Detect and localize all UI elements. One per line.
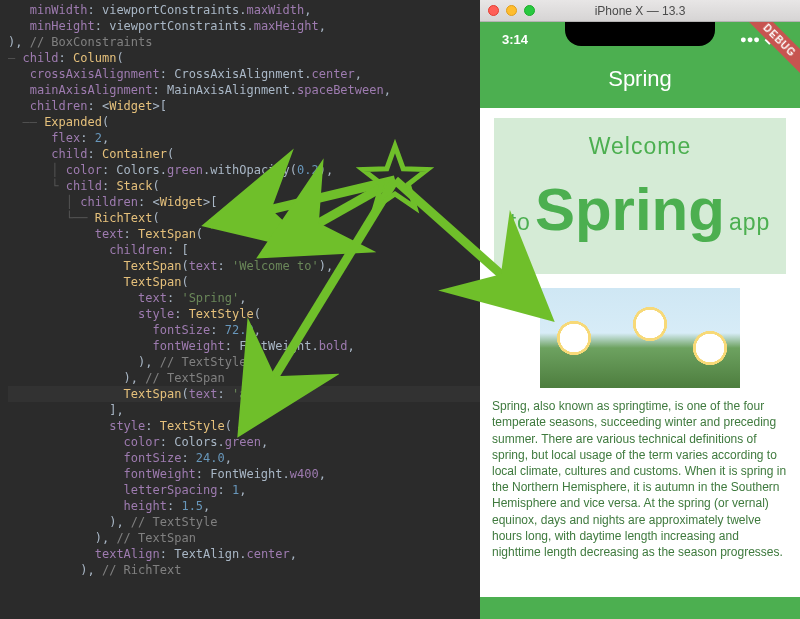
code-line[interactable]: minWidth: viewportConstraints.maxWidth, bbox=[8, 2, 480, 18]
simulator-titlebar[interactable]: iPhone X — 13.3 bbox=[480, 0, 800, 22]
code-line[interactable]: style: TextStyle( bbox=[8, 418, 480, 434]
code-line[interactable]: text: TextSpan( bbox=[8, 226, 480, 242]
code-line[interactable]: style: TextStyle( bbox=[8, 306, 480, 322]
welcome-spring: Spring bbox=[535, 168, 725, 252]
code-line[interactable]: ], bbox=[8, 402, 480, 418]
code-line[interactable]: crossAxisAlignment: CrossAxisAlignment.c… bbox=[8, 66, 480, 82]
app-bar-title: Spring bbox=[608, 66, 672, 91]
code-line[interactable]: textAlign: TextAlign.center, bbox=[8, 546, 480, 562]
code-line[interactable]: └── RichText( bbox=[8, 210, 480, 226]
code-line[interactable]: │ children: <Widget>[ bbox=[8, 194, 480, 210]
bottom-green-bar bbox=[480, 597, 800, 619]
device-screen[interactable]: DEBUG 3:14 ●●● ⬙ ▮ Spring Welcome to Spr… bbox=[480, 22, 800, 619]
code-line[interactable]: ), // TextSpan bbox=[8, 370, 480, 386]
code-line[interactable]: └ child: Stack( bbox=[8, 178, 480, 194]
app-bar: Spring bbox=[480, 56, 800, 108]
ios-simulator-window: iPhone X — 13.3 DEBUG 3:14 ●●● ⬙ ▮ Sprin… bbox=[480, 0, 800, 619]
code-line[interactable]: mainAxisAlignment: MainAxisAlignment.spa… bbox=[8, 82, 480, 98]
code-line[interactable]: children: [ bbox=[8, 242, 480, 258]
body-paragraph: Spring, also known as springtime, is one… bbox=[492, 398, 788, 560]
code-line[interactable]: │ color: Colors.green.withOpacity(0.2), bbox=[8, 162, 480, 178]
code-line[interactable]: TextSpan( bbox=[8, 274, 480, 290]
window-close-button[interactable] bbox=[488, 5, 499, 16]
window-zoom-button[interactable] bbox=[524, 5, 535, 16]
welcome-app: app bbox=[729, 206, 770, 238]
ios-status-bar: 3:14 ●●● ⬙ ▮ bbox=[480, 22, 800, 56]
welcome-to: to bbox=[510, 206, 531, 238]
code-line[interactable]: fontWeight: FontWeight.bold, bbox=[8, 338, 480, 354]
code-line[interactable]: color: Colors.green, bbox=[8, 434, 480, 450]
code-line[interactable]: ), // TextStyle bbox=[8, 354, 480, 370]
welcome-line1: Welcome bbox=[500, 130, 780, 162]
code-line[interactable]: fontSize: 24.0, bbox=[8, 450, 480, 466]
code-line[interactable]: text: 'Spring', bbox=[8, 290, 480, 306]
window-minimize-button[interactable] bbox=[506, 5, 517, 16]
code-line[interactable]: —— Expanded( bbox=[8, 114, 480, 130]
code-line[interactable]: ), // BoxConstraints bbox=[8, 34, 480, 50]
code-line[interactable]: ), // TextSpan bbox=[8, 530, 480, 546]
flower-image bbox=[540, 288, 740, 388]
app-body[interactable]: Welcome to Spring app Spring, also known… bbox=[480, 118, 800, 560]
signal-icon: ●●● bbox=[740, 33, 760, 45]
code-line[interactable]: TextSpan(text: 'app'), bbox=[8, 386, 480, 402]
code-line[interactable]: ), // RichText bbox=[8, 562, 480, 578]
status-time: 3:14 bbox=[502, 32, 528, 47]
traffic-lights[interactable] bbox=[488, 5, 535, 16]
code-line[interactable]: height: 1.5, bbox=[8, 498, 480, 514]
code-line[interactable]: fontWeight: FontWeight.w400, bbox=[8, 466, 480, 482]
code-line[interactable]: fontSize: 72.0, bbox=[8, 322, 480, 338]
code-line[interactable]: minHeight: viewportConstraints.maxHeight… bbox=[8, 18, 480, 34]
code-line[interactable]: ), // TextStyle bbox=[8, 514, 480, 530]
code-line[interactable]: letterSpacing: 1, bbox=[8, 482, 480, 498]
code-line[interactable]: TextSpan(text: 'Welcome to'), bbox=[8, 258, 480, 274]
code-line[interactable]: children: <Widget>[ bbox=[8, 98, 480, 114]
iphone-notch bbox=[565, 22, 715, 46]
code-editor[interactable]: minWidth: viewportConstraints.maxWidth, … bbox=[0, 0, 480, 619]
code-line[interactable]: child: Container( bbox=[8, 146, 480, 162]
code-line[interactable]: — child: Column( bbox=[8, 50, 480, 66]
code-line[interactable]: flex: 2, bbox=[8, 130, 480, 146]
welcome-container: Welcome to Spring app bbox=[494, 118, 786, 274]
